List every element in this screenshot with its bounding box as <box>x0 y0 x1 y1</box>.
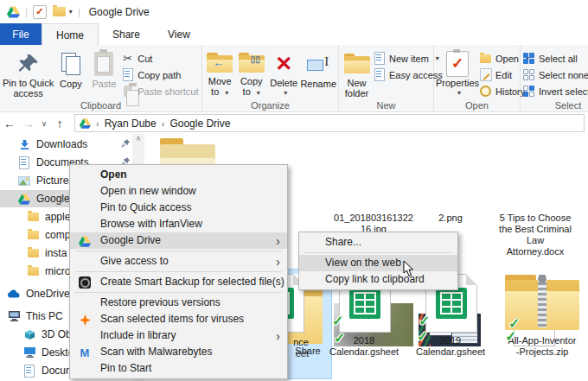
sidebar-label: micro <box>45 265 70 277</box>
easy-access-button[interactable]: Easy access ▾ <box>373 67 431 82</box>
pin-icon <box>17 49 40 78</box>
clipboard-group-label: Clipboard <box>0 100 201 111</box>
menu-item-open[interactable]: Open <box>70 167 287 183</box>
qat-new-folder-icon[interactable] <box>53 7 66 16</box>
submenu-chevron-icon: › <box>276 327 280 344</box>
sidebar-item-folder-micro[interactable]: micro <box>26 263 70 280</box>
sidebar-item-folder-insta[interactable]: insta <box>26 244 67 262</box>
tab-home[interactable]: Home <box>42 23 99 46</box>
delete-button[interactable]: ✕ Delete ▾ <box>267 48 300 98</box>
rename-label: Rename <box>300 79 336 89</box>
new-folder-label-2: folder <box>345 88 369 98</box>
select-all-label: Select all <box>539 54 578 64</box>
titlebar-separator: | <box>25 7 28 17</box>
invert-selection-button[interactable]: Invert selection <box>522 84 588 98</box>
edit-button[interactable]: Edit <box>479 67 521 82</box>
back-button[interactable]: ← <box>0 117 19 130</box>
select-none-button[interactable]: Select none <box>522 67 588 82</box>
menu-item-pin-to-start[interactable]: Pin to Start <box>70 360 287 377</box>
scroll-up-icon[interactable]: ∧ <box>136 134 142 143</box>
sync-check-icon: ✓ <box>508 315 520 332</box>
copy-to-label-2: to <box>243 86 251 97</box>
menu-item-pin-to-quick-access[interactable]: Pin to Quick access <box>70 200 287 216</box>
open-button[interactable]: Open ▾ <box>479 51 521 66</box>
submenu-item-view-on-the-web[interactable]: View on the web <box>299 255 457 271</box>
google-drive-icon <box>17 194 31 205</box>
pin-to-quick-access-button[interactable]: Pin to Quick access <box>2 48 54 98</box>
forward-button[interactable]: → <box>19 117 38 130</box>
sidebar-item-folder-comp[interactable]: comp <box>26 226 70 244</box>
properties-button[interactable]: ✓ Properties ▾ <box>436 48 479 98</box>
copy-to-button[interactable]: ▯▯ Copy to ▾ <box>236 48 268 98</box>
qat-properties-icon[interactable]: ✓ <box>33 5 47 19</box>
tab-file[interactable]: File <box>0 23 42 45</box>
tab-view[interactable]: View <box>154 23 204 45</box>
menu-separator <box>304 252 452 253</box>
menu-item-scan-for-viruses[interactable]: Scan selected items for viruses <box>70 311 287 327</box>
menu-item-browse-with-irfanview[interactable]: Browse with IrfanView <box>70 216 287 232</box>
sidebar-item-pictures[interactable]: Pictures <box>17 172 74 189</box>
edit-label: Edit <box>495 70 512 80</box>
breadcrumb-folder[interactable]: Google Drive <box>169 117 230 130</box>
menu-item-open-in-new-window[interactable]: Open in new window <box>70 183 287 200</box>
history-button[interactable]: History <box>479 84 521 98</box>
menu-item-create-smart-backup[interactable]: Create Smart Backup for selected file(s) <box>70 274 287 290</box>
titlebar: | ✓ ▾ | Google Drive <box>0 0 588 23</box>
new-folder-button[interactable]: New folder <box>341 48 373 98</box>
recent-locations-chevron-icon[interactable]: ∨ <box>38 119 50 128</box>
invert-selection-label: Invert selection <box>539 86 588 97</box>
copy-path-label: Copy path <box>137 70 181 80</box>
sidebar-label: insta <box>45 247 67 259</box>
cut-button[interactable]: ✂ Cut <box>121 51 200 66</box>
breadcrumb-chevron-icon: › <box>96 118 99 129</box>
submenu-chevron-icon: › <box>276 253 280 270</box>
move-to-button[interactable]: ← Move to ▾ <box>204 48 236 98</box>
select-all-button[interactable]: Select all <box>522 51 588 66</box>
menu-item-scan-with-malwarebytes[interactable]: M Scan with Malwarebytes <box>70 344 287 360</box>
submenu-item-copy-link[interactable]: Copy link to clipboard <box>299 271 457 288</box>
file-label-docx[interactable]: 5 Tips to Choosethe Best CriminalLawAtto… <box>490 213 580 257</box>
ribbon-tabs: File Home Share View <box>0 23 588 45</box>
breadcrumb-user[interactable]: Ryan Dube <box>105 117 157 130</box>
sidebar-item-this-pc[interactable]: This PC <box>7 308 63 325</box>
rename-button[interactable]: Rename <box>300 48 336 98</box>
mouse-cursor-icon <box>403 260 415 280</box>
context-menu: Open Open in new window Pin to Quick acc… <box>69 164 288 379</box>
copy-path-button[interactable]: Copy path <box>121 67 200 82</box>
sidebar-item-onedrive[interactable]: OneDrive <box>7 285 70 302</box>
history-icon <box>479 86 492 97</box>
sidebar-item-folder-apple[interactable]: apple <box>26 208 70 225</box>
select-group-label: Select <box>521 100 588 111</box>
address-field[interactable]: › Ryan Dube › Google Drive <box>74 114 585 132</box>
copy-button[interactable]: Copy <box>54 48 87 98</box>
menu-item-google-drive[interactable]: Google Drive › <box>70 232 287 249</box>
paste-button[interactable]: Paste <box>87 48 121 98</box>
menu-item-restore-previous-versions[interactable]: Restore previous versions <box>70 295 287 311</box>
menu-item-include-in-library[interactable]: Include in library › <box>70 327 287 344</box>
sidebar-label: apple <box>45 211 70 223</box>
copy-icon <box>61 49 80 79</box>
sidebar-item-downloads[interactable]: Downloads <box>17 136 87 153</box>
new-item-button[interactable]: New item ▾ <box>373 51 431 66</box>
new-folder-label-1: New <box>347 78 366 88</box>
file-label-png[interactable]: 2.png <box>416 213 485 224</box>
submenu-item-share[interactable]: Share... <box>299 234 457 251</box>
sidebar-label: OneDrive <box>26 288 70 300</box>
copy-to-label-1: Copy <box>240 76 263 86</box>
up-button[interactable]: ↑ <box>50 117 69 130</box>
titlebar-separator-2: | <box>78 7 80 17</box>
avast-icon <box>78 313 92 327</box>
ribbon-group-new: New folder New item ▾ Easy access ▾ <box>339 45 434 111</box>
sidebar-label: This PC <box>26 310 63 322</box>
edit-icon <box>479 68 492 81</box>
tab-share[interactable]: Share <box>99 23 154 45</box>
paste-shortcut-button[interactable]: Paste shortcut <box>121 84 200 98</box>
easy-access-icon <box>373 68 386 81</box>
qat-customize-caret-icon[interactable]: ▾ <box>69 8 73 16</box>
folder-icon <box>26 249 40 257</box>
copy-path-icon <box>121 68 134 81</box>
copy-to-caret-icon: ▾ <box>257 89 260 97</box>
select-none-icon <box>522 69 535 80</box>
menu-item-give-access-to[interactable]: Give access to › <box>70 253 287 270</box>
pictures-icon <box>17 176 31 186</box>
